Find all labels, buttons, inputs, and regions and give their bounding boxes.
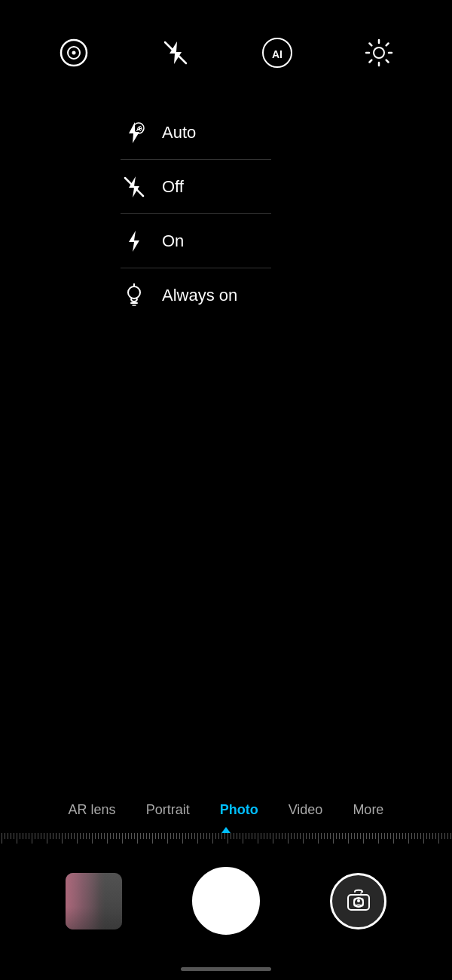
ruler-tick xyxy=(300,833,301,839)
ruler-tick xyxy=(11,833,11,839)
ruler-tick xyxy=(384,833,385,839)
ruler-tick xyxy=(234,833,234,839)
ruler-tick xyxy=(336,833,337,839)
gallery-thumbnail-image xyxy=(66,873,122,929)
ruler-tick xyxy=(26,833,26,839)
mode-indicator xyxy=(221,827,231,833)
flash-menu: A A Auto Off On xyxy=(121,106,271,322)
ruler-tick xyxy=(128,833,129,839)
ruler-tick xyxy=(297,833,298,839)
ruler-tick xyxy=(170,833,171,839)
ruler-tick xyxy=(221,833,222,839)
flash-off-label: Off xyxy=(162,177,184,197)
flash-off-option[interactable]: Off xyxy=(121,160,271,214)
ruler-tick xyxy=(282,833,282,839)
ruler-tick xyxy=(231,833,231,839)
ruler-tick xyxy=(285,833,286,839)
flash-button[interactable] xyxy=(157,34,194,72)
ruler-tick xyxy=(191,833,192,839)
ruler-tick xyxy=(303,833,304,844)
ruler-tick xyxy=(366,833,367,839)
ruler-tick xyxy=(435,833,436,839)
ruler-tick xyxy=(450,833,451,839)
flash-always-on-option[interactable]: Always on xyxy=(121,268,271,322)
mode-photo[interactable]: Photo xyxy=(216,798,262,822)
shutter-button[interactable] xyxy=(192,867,260,935)
ai-icon-button[interactable]: AI xyxy=(258,34,296,72)
gallery-thumbnail[interactable] xyxy=(66,873,122,929)
ruler-tick xyxy=(152,833,153,844)
flash-on-label: On xyxy=(162,231,184,251)
ruler-tick xyxy=(110,833,111,839)
ruler-tick xyxy=(312,833,313,839)
ruler-tick xyxy=(38,833,38,839)
lens-icon-button[interactable] xyxy=(55,34,93,72)
ruler-tick xyxy=(164,833,165,839)
flash-auto-option[interactable]: A A Auto xyxy=(121,106,271,160)
mode-portrait[interactable]: Portrait xyxy=(142,798,194,822)
settings-icon-button[interactable] xyxy=(360,34,398,72)
ruler-tick xyxy=(98,833,99,839)
ruler-tick xyxy=(215,833,216,839)
ruler-tick xyxy=(50,833,50,839)
mode-ar-lens[interactable]: AR lens xyxy=(65,798,120,822)
ruler-tick xyxy=(423,833,424,844)
ruler-tick xyxy=(372,833,373,839)
ruler-tick xyxy=(243,833,243,844)
ruler-tick xyxy=(420,833,421,839)
ruler-tick xyxy=(390,833,391,839)
mode-video[interactable]: Video xyxy=(285,798,327,822)
ruler-tick xyxy=(411,833,412,839)
ruler-tick xyxy=(327,833,328,839)
ruler-tick xyxy=(414,833,415,839)
ruler-tick xyxy=(176,833,177,839)
ruler-tick xyxy=(86,833,87,839)
ruler-tick xyxy=(378,833,379,844)
ruler-tick xyxy=(342,833,343,839)
ruler-tick xyxy=(161,833,162,839)
ruler-tick xyxy=(179,833,180,839)
ruler-tick xyxy=(246,833,246,839)
ruler-tick xyxy=(197,833,198,844)
ruler-tick xyxy=(345,833,346,839)
ruler-tick xyxy=(167,833,168,844)
ruler-tick xyxy=(68,833,69,839)
ruler-tick xyxy=(318,833,319,844)
ruler-tick xyxy=(288,833,289,844)
ruler-tick xyxy=(399,833,400,839)
ruler-tick xyxy=(357,833,358,839)
ruler-tick xyxy=(80,833,81,839)
ruler-tick xyxy=(387,833,388,839)
mode-more[interactable]: More xyxy=(349,798,387,822)
ruler-tick xyxy=(107,833,108,844)
flip-camera-button[interactable] xyxy=(330,873,386,929)
ruler-tick xyxy=(101,833,102,839)
ruler-tick xyxy=(14,833,14,839)
ruler-tick xyxy=(252,833,252,839)
ruler-tick xyxy=(119,833,120,839)
ruler-tick xyxy=(258,833,258,844)
ruler-tick xyxy=(44,833,44,839)
ruler-tick xyxy=(53,833,53,839)
ruler-tick xyxy=(279,833,279,839)
ruler-tick xyxy=(348,833,349,844)
ruler-tick xyxy=(194,833,195,839)
ruler-tick xyxy=(29,833,29,839)
ruler-tick xyxy=(203,833,204,839)
svg-marker-13 xyxy=(129,231,139,252)
ruler-tick xyxy=(396,833,397,839)
svg-point-22 xyxy=(357,899,360,902)
ruler-tick xyxy=(228,833,228,844)
bulb-icon xyxy=(121,282,147,308)
ruler-tick xyxy=(17,833,17,844)
ruler-tick xyxy=(309,833,310,839)
svg-point-14 xyxy=(128,286,140,299)
ruler-tick xyxy=(417,833,418,839)
ruler-tick xyxy=(237,833,237,839)
flash-on-option[interactable]: On xyxy=(121,214,271,268)
ruler-tick xyxy=(2,833,2,844)
ruler-tick xyxy=(65,833,66,839)
ruler-tick xyxy=(134,833,135,839)
svg-point-2 xyxy=(72,51,75,55)
ruler-tick xyxy=(402,833,403,839)
